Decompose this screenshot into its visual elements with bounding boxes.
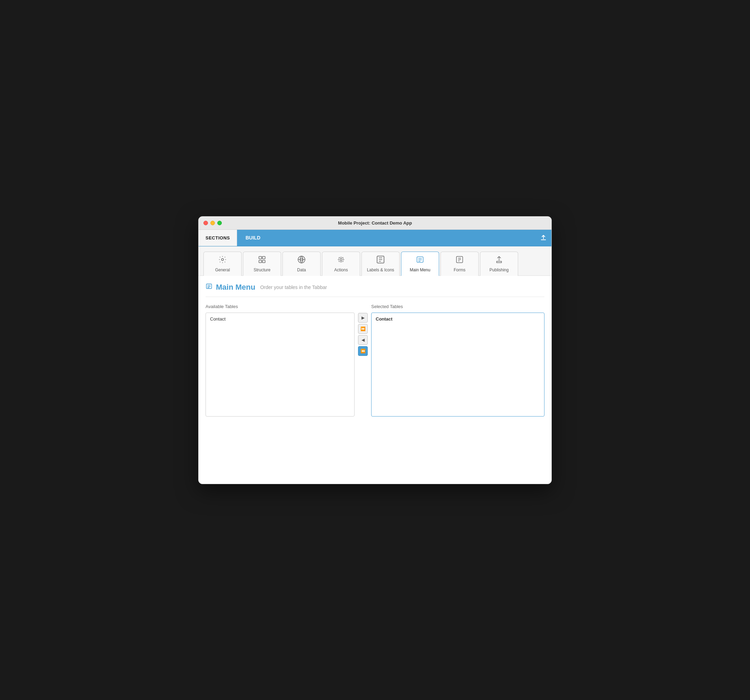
svg-rect-1 (259, 256, 262, 259)
data-icon (297, 255, 306, 266)
tab-forms[interactable]: Forms (441, 252, 479, 276)
main-menu-header-icon (206, 283, 212, 292)
tab-main-menu-label: Main Menu (410, 267, 430, 272)
structure-icon (258, 255, 266, 266)
main-menu-title: Main Menu (216, 283, 255, 292)
tab-data-label: Data (297, 267, 306, 272)
svg-point-6 (340, 258, 342, 261)
actions-icon (337, 255, 345, 266)
top-toolbar: SECTIONS BUILD (198, 230, 552, 246)
available-tables-box[interactable]: Contact (206, 313, 355, 416)
tab-general[interactable]: General (203, 252, 241, 276)
add-all-button[interactable]: ⏩ (358, 324, 368, 334)
available-tables-column: Available Tables Contact (206, 304, 355, 416)
content-area: Main Menu Order your tables in the Tabba… (198, 276, 552, 484)
transfer-buttons: ▶ ⏩ ◀ ⏪ (355, 313, 371, 356)
window-title: Mobile Project: Contact Demo App (338, 220, 412, 226)
gear-icon (218, 255, 227, 266)
tab-labels-icons-label: Labels & Icons (367, 267, 394, 272)
selected-tables-label: Selected Tables (371, 304, 544, 309)
tab-labels-icons[interactable]: Labels & Icons (361, 252, 400, 276)
main-menu-icon (416, 255, 424, 266)
add-one-button[interactable]: ▶ (358, 313, 368, 322)
remove-one-button[interactable]: ◀ (358, 335, 368, 345)
labels-icon (377, 255, 385, 266)
tab-structure[interactable]: Structure (243, 252, 281, 276)
traffic-lights (203, 221, 222, 225)
section-header: Main Menu Order your tables in the Tabba… (206, 283, 544, 297)
remove-all-button[interactable]: ⏪ (358, 346, 368, 356)
app-window: Mobile Project: Contact Demo App SECTION… (198, 216, 552, 484)
forms-icon (455, 255, 464, 266)
tab-main-menu[interactable]: Main Menu (401, 252, 439, 276)
upload-icon (540, 235, 547, 241)
sections-label: SECTIONS (198, 230, 237, 246)
maximize-button[interactable] (217, 221, 222, 225)
svg-point-7 (339, 257, 343, 262)
close-button[interactable] (203, 221, 208, 225)
tab-publishing-label: Publishing (489, 267, 509, 272)
svg-rect-3 (259, 260, 262, 262)
tables-layout: Available Tables Contact ▶ ⏩ ◀ ⏪ Selecte… (206, 304, 544, 416)
tab-actions[interactable]: Actions (322, 252, 360, 276)
tab-forms-label: Forms (454, 267, 466, 272)
selected-table-row[interactable]: Contact (372, 314, 544, 324)
available-table-row[interactable]: Contact (206, 314, 354, 324)
tab-general-label: General (215, 267, 230, 272)
selected-tables-column: Selected Tables Contact (371, 304, 544, 416)
tab-data[interactable]: Data (283, 252, 321, 276)
publishing-icon (495, 255, 503, 266)
tab-actions-label: Actions (334, 267, 347, 272)
svg-rect-4 (262, 260, 265, 262)
upload-button[interactable] (535, 230, 552, 246)
build-label[interactable]: BUILD (237, 230, 269, 246)
tab-structure-label: Structure (254, 267, 270, 272)
svg-rect-2 (262, 256, 265, 259)
tab-publishing[interactable]: Publishing (480, 252, 518, 276)
selected-tables-box[interactable]: Contact (371, 313, 544, 416)
minimize-button[interactable] (211, 221, 215, 225)
titlebar: Mobile Project: Contact Demo App (198, 216, 552, 230)
svg-point-0 (221, 258, 224, 261)
main-menu-description: Order your tables in the Tabbar (260, 284, 327, 290)
tabs-row: General Structure (198, 246, 552, 276)
available-tables-label: Available Tables (206, 304, 355, 309)
